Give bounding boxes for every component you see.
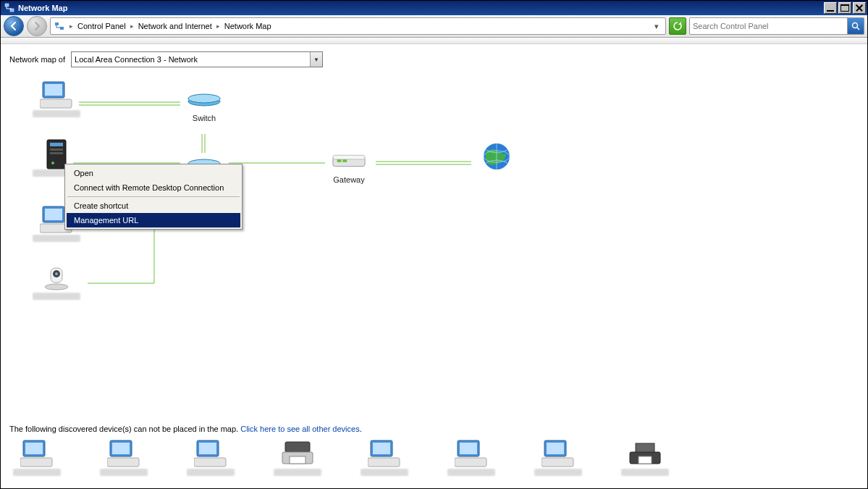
svg-rect-1 [10,9,14,12]
svg-point-41 [55,272,58,275]
device-label-blurred [361,469,408,476]
svg-rect-32 [342,159,347,162]
svg-rect-18 [45,84,62,96]
switch-icon [187,84,222,113]
svg-rect-0 [5,4,9,7]
device-label-blurred [274,469,321,476]
menu-open[interactable]: Open [67,166,240,180]
device-label: Gateway [316,175,382,184]
search-box[interactable] [689,17,864,35]
svg-point-26 [51,162,54,164]
device-label-blurred [621,469,669,476]
svg-rect-58 [460,443,477,454]
printer-icon [628,439,662,468]
computer-icon [541,439,576,468]
svg-rect-53 [290,456,306,464]
svg-rect-62 [542,458,573,467]
svg-rect-50 [194,458,226,467]
printer-icon [280,439,315,468]
device-label-blurred [33,110,80,117]
svg-rect-65 [639,456,652,464]
svg-point-38 [45,284,68,290]
unplaced-device-6[interactable] [442,439,500,477]
svg-rect-61 [547,443,564,454]
context-menu: Open Connect with Remote Desktop Connect… [64,164,243,230]
search-input[interactable] [690,22,847,30]
back-button[interactable] [4,16,24,36]
network-connectors [1,44,867,488]
computer-icon [39,80,74,109]
device-label-blurred [13,469,61,476]
breadcrumb-root[interactable]: Control Panel [77,22,126,30]
unplaced-device-1[interactable] [8,439,66,477]
svg-rect-46 [112,443,130,454]
device-label-blurred [447,469,495,476]
close-button[interactable] [853,2,866,14]
computer-icon [193,439,228,468]
svg-point-21 [188,94,220,103]
search-button[interactable] [847,18,864,34]
svg-rect-55 [373,443,390,454]
forward-button[interactable] [27,16,47,36]
gateway-icon [332,146,366,175]
computer-icon [106,439,141,468]
unplaced-devices-text: The following discovered device(s) can n… [9,425,362,433]
see-all-devices-link[interactable]: Click here to see all other devices [240,425,359,433]
unplaced-device-4[interactable] [269,439,326,477]
menu-remote-desktop[interactable]: Connect with Remote Desktop Connection [67,180,240,195]
footer-suffix: . [360,425,362,433]
unplaced-device-3[interactable] [182,439,240,477]
svg-rect-59 [455,458,486,467]
breadcrumb-level-2[interactable]: Network Map [224,22,271,30]
computer-icon [20,439,54,468]
chevron-right-icon: ▸ [129,22,135,30]
chevron-right-icon: ▸ [68,22,75,30]
chevron-down-icon[interactable]: ▼ [310,52,322,67]
svg-rect-51 [285,442,310,452]
menu-create-shortcut[interactable]: Create shortcut [67,198,240,213]
device-internet[interactable] [464,142,529,172]
svg-rect-2 [55,22,59,25]
device-label: Switch [172,114,237,122]
content-area: Network map of Local Area Connection 3 -… [1,44,867,488]
maximize-button[interactable] [838,2,851,14]
menu-separator [67,196,240,197]
globe-icon [479,142,514,171]
chevron-right-icon: ▸ [215,22,222,30]
address-dropdown[interactable]: ▾ [651,22,662,31]
breadcrumb-level-1[interactable]: Network and Internet [138,22,212,30]
svg-rect-36 [45,209,62,220]
menu-management-url[interactable]: Management URL [67,213,240,227]
computer-icon [454,439,489,468]
app-icon [4,2,15,14]
svg-rect-31 [337,159,342,162]
svg-rect-19 [40,99,72,108]
svg-rect-64 [636,443,654,452]
title-bar: Network Map [1,1,867,15]
svg-rect-43 [25,443,43,454]
refresh-button[interactable] [669,17,686,35]
device-gateway[interactable]: Gateway [316,146,382,184]
unplaced-device-2[interactable] [95,439,153,477]
device-label-blurred [33,235,80,242]
network-selector[interactable]: Local Area Connection 3 - Network ▼ [71,51,323,67]
selector-label: Network map of [9,55,65,64]
svg-rect-56 [368,458,400,467]
unplaced-device-5[interactable] [355,439,413,477]
address-bar[interactable]: ▸ Control Panel ▸ Network and Internet ▸… [50,17,666,35]
svg-rect-23 [50,143,63,146]
device-label-blurred [33,293,80,300]
svg-rect-30 [333,155,365,159]
unplaced-device-8[interactable] [616,439,674,477]
device-camera[interactable] [24,263,89,301]
device-pc-1[interactable] [24,80,89,119]
window-title: Network Map [18,4,67,12]
network-icon [54,20,65,32]
computer-icon [367,439,402,468]
svg-rect-25 [50,152,63,154]
svg-rect-44 [20,458,52,467]
device-switch[interactable]: Switch [172,84,237,122]
unplaced-device-7[interactable] [529,439,587,477]
unplaced-devices-row [8,439,674,477]
minimize-button[interactable] [824,2,837,14]
